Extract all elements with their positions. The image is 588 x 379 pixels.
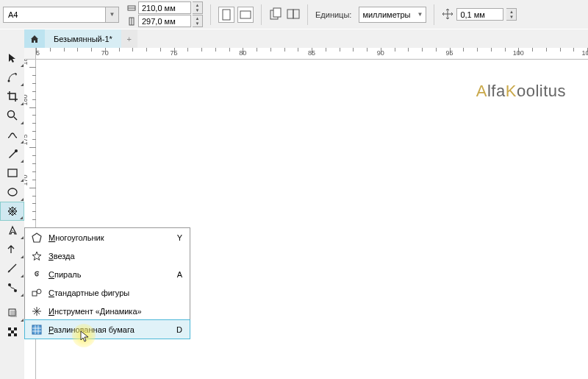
polygon-tool[interactable]: [0, 202, 24, 221]
landscape-button[interactable]: [237, 7, 254, 23]
svg-rect-19: [14, 333, 17, 336]
dimension-tool[interactable]: [0, 259, 24, 278]
page-dimensions: 210,0 мм ▲▼ 297,0 мм ▲▼: [126, 1, 203, 27]
pick-tool[interactable]: [0, 49, 24, 68]
svg-point-12: [8, 188, 17, 196]
ruler-origin[interactable]: [24, 48, 36, 60]
nudge-group: 0,1 мм ▲▼: [442, 8, 517, 21]
svg-point-8: [7, 80, 10, 82]
impact-icon: [31, 305, 43, 317]
flyout-item-spiral[interactable]: СпиральA: [25, 265, 190, 283]
separator: [0, 297, 24, 303]
artistic-media-tool[interactable]: [0, 144, 24, 163]
svg-rect-6: [287, 10, 293, 18]
transparency-tool[interactable]: [0, 322, 24, 341]
nudge-input[interactable]: 0,1 мм: [456, 8, 503, 21]
svg-marker-22: [32, 233, 41, 242]
ruler-label: 70: [101, 49, 109, 57]
svg-rect-18: [11, 330, 14, 333]
all-pages-icon[interactable]: [269, 7, 282, 22]
divider: [434, 4, 434, 25]
table-tool[interactable]: [0, 240, 24, 259]
current-page-icon[interactable]: [287, 7, 300, 22]
tab-row-spacer: [0, 29, 24, 49]
svg-rect-17: [8, 327, 11, 330]
svg-rect-16: [10, 311, 17, 317]
flyout-item-label: Стандартные фигуры: [49, 288, 129, 297]
divider: [261, 4, 262, 25]
svg-rect-7: [293, 10, 299, 18]
height-icon: [126, 16, 137, 26]
flyout-item-impact[interactable]: Инструмент «Динамика»: [25, 302, 190, 320]
width-spinner[interactable]: ▲▼: [193, 1, 203, 14]
divider: [210, 4, 211, 25]
polygon-icon: [31, 232, 43, 244]
flyout-item-star[interactable]: Звезда: [25, 247, 190, 265]
units-label: Единицы:: [315, 10, 351, 19]
svg-rect-2: [223, 10, 230, 20]
horizontal-ruler[interactable]: 65707580859095100105: [24, 48, 588, 60]
ruler-label: 80: [239, 49, 246, 57]
flyout-item-label: Звезда: [49, 252, 75, 261]
star-icon: [31, 250, 43, 262]
orientation-group: [218, 7, 254, 23]
document-tab-bar: Безымянный-1* +: [0, 29, 588, 48]
svg-point-10: [15, 149, 18, 152]
page-height-input[interactable]: 297,0 мм: [138, 15, 191, 27]
ruler-label: 95: [445, 49, 453, 57]
welcome-tab[interactable]: [24, 29, 45, 48]
toolbox: [0, 29, 24, 379]
height-spinner[interactable]: ▲▼: [193, 15, 203, 27]
shapes-icon: [31, 287, 43, 299]
flyout-item-grid[interactable]: Разлинованная бумагаD: [24, 319, 190, 339]
portrait-button[interactable]: [218, 7, 234, 23]
shape-tool[interactable]: [0, 68, 24, 87]
watermark-logo: AlfaKoolitus: [476, 82, 566, 101]
ruler-label: 100: [513, 49, 524, 57]
ruler-label: 75: [170, 49, 177, 57]
width-icon: [126, 3, 137, 13]
page-apply-group: [269, 7, 300, 22]
svg-point-24: [37, 289, 41, 294]
flyout-item-shapes[interactable]: Стандартные фигуры: [25, 283, 190, 302]
svg-rect-23: [32, 291, 37, 296]
ruler-label: 90: [377, 49, 384, 57]
ruler-label: 105: [581, 49, 588, 57]
divider: [307, 4, 308, 25]
svg-point-9: [7, 111, 14, 118]
page-size-combo[interactable]: A4 ▼: [3, 7, 119, 23]
flyout-shortcut: D: [176, 325, 182, 334]
flyout-item-label: Спираль: [49, 270, 81, 279]
svg-rect-11: [8, 169, 17, 177]
ruler-label: 85: [308, 49, 315, 57]
svg-rect-21: [8, 333, 11, 336]
units-combo[interactable]: миллиметры▼: [359, 7, 426, 23]
connector-tool[interactable]: [0, 278, 24, 297]
svg-rect-20: [14, 327, 17, 330]
flyout-shortcut: Y: [177, 233, 182, 242]
flyout-item-label: Многоугольник: [49, 233, 104, 242]
page-width-input[interactable]: 210,0 мм: [138, 1, 191, 14]
flyout-item-label: Разлинованная бумага: [49, 325, 135, 334]
zoom-tool[interactable]: [0, 106, 24, 125]
flyout-item-polygon[interactable]: МногоугольникY: [25, 228, 190, 247]
property-bar: A4 ▼ 210,0 мм ▲▼ 297,0 мм ▲▼ Единицы: ми…: [0, 0, 588, 29]
document-tab[interactable]: Безымянный-1*: [45, 29, 121, 48]
flyout-shortcut: A: [177, 270, 182, 279]
new-tab-button[interactable]: +: [121, 29, 137, 48]
ellipse-tool[interactable]: [0, 183, 24, 202]
svg-rect-5: [273, 8, 281, 17]
drop-shadow-tool[interactable]: [0, 303, 24, 322]
rectangle-tool[interactable]: [0, 163, 24, 183]
svg-rect-25: [32, 325, 41, 334]
flyout-item-label: Инструмент «Динамика»: [49, 307, 142, 316]
polygon-tool-flyout: МногоугольникYЗвездаСпиральAСтандартные …: [24, 227, 190, 339]
grid-icon: [31, 324, 43, 336]
svg-rect-3: [240, 11, 251, 18]
crop-tool[interactable]: [0, 87, 24, 106]
text-tool[interactable]: [0, 221, 24, 240]
nudge-icon: [442, 8, 453, 21]
nudge-spinner[interactable]: ▲▼: [506, 8, 517, 21]
freehand-tool[interactable]: [0, 125, 24, 144]
spiral-icon: [31, 269, 43, 280]
